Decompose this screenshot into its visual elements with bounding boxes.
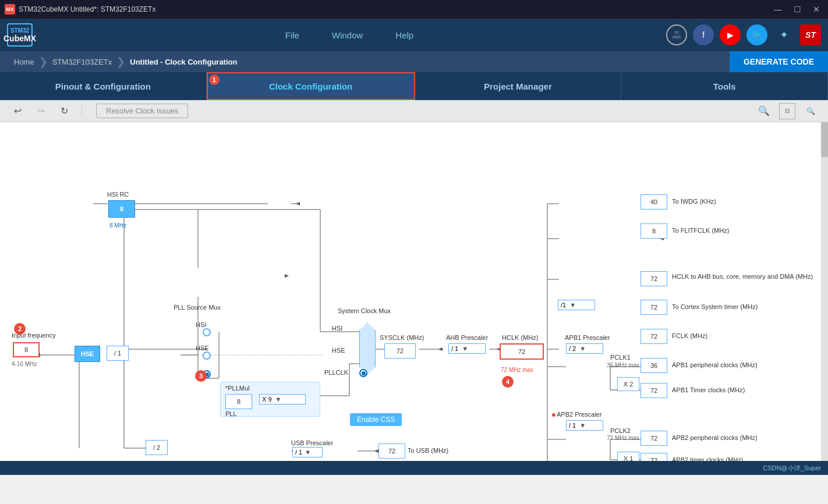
input-freq-label: Input frequency: [12, 332, 56, 339]
refresh-button[interactable]: ↻: [56, 103, 72, 119]
hclk-ahb-val-box: 72: [641, 271, 667, 286]
apb1-x2-box: X 2: [617, 377, 639, 391]
facebook-icon[interactable]: f: [693, 24, 714, 45]
hclk-label: HCLK (MHz): [502, 334, 538, 341]
cert-icon[interactable]: 10ANS: [666, 24, 687, 45]
apb2-periph-val-box: 72: [641, 431, 667, 446]
network-icon[interactable]: ✦: [773, 24, 794, 45]
menu-file[interactable]: File: [281, 28, 304, 42]
menu-window[interactable]: Window: [327, 28, 367, 42]
zoom-out-button[interactable]: 🔍: [802, 103, 819, 119]
close-button[interactable]: ✕: [809, 3, 823, 15]
pll-label: PLL: [225, 410, 237, 417]
undo-button[interactable]: ↩: [9, 103, 26, 119]
svg-marker-8: [285, 274, 289, 278]
pclk2-label: PCLK2: [610, 427, 631, 434]
logo-cubemx: CubeMX: [3, 34, 36, 43]
menu-help[interactable]: Help: [391, 28, 418, 42]
zoom-in-button[interactable]: 🔍: [756, 103, 772, 119]
youtube-icon[interactable]: ▶: [720, 24, 741, 45]
social-icons: 10ANS f ▶ 🐦 ✦ ST: [666, 24, 821, 45]
hse-div1-box[interactable]: / 1: [107, 346, 129, 361]
apb1-prescaler-label: APB1 Prescaler: [565, 334, 610, 341]
enable-css-button[interactable]: Enable CSS: [350, 413, 402, 426]
pllmul-val-box: 8: [225, 394, 252, 409]
hclk-ahb-label: HCLK to AHB bus, core, memory and DMA (M…: [672, 273, 813, 280]
st-icon[interactable]: ST: [800, 24, 821, 45]
pll-hse-radio[interactable]: [203, 352, 211, 360]
ahb-prescaler-label: AHB Prescaler: [446, 334, 488, 341]
cortex-div-dropdown[interactable]: /1 ▼: [558, 300, 595, 310]
pll-box: *PLLMul 8 X 9 ▼ PLL: [220, 382, 320, 417]
pllclk-radio[interactable]: [359, 369, 367, 377]
ahb-div-dropdown[interactable]: / 1 ▼: [448, 343, 486, 354]
apb1-timer-label: APB1 Timer clocks (MHz): [672, 386, 745, 393]
svg-marker-40: [374, 449, 378, 453]
hsi-box: 8: [108, 200, 135, 218]
nav-home[interactable]: Home: [9, 58, 39, 66]
credit-text: CSDN@小洋_Super: [763, 464, 821, 473]
connection-lines: [0, 122, 828, 461]
fit-button[interactable]: ⊡: [779, 103, 795, 119]
pclk1-label: PCLK1: [610, 354, 631, 361]
x9-dropdown[interactable]: X 9 ▼: [259, 394, 306, 404]
tab-clock[interactable]: 1 Clock Configuration: [207, 72, 415, 100]
nav-project[interactable]: Untitled - Clock Configuration: [125, 58, 242, 66]
sys-clk-mux-label: System Clock Mux: [338, 307, 391, 314]
minimize-button[interactable]: —: [770, 3, 785, 15]
badge-4: 4: [502, 376, 514, 388]
nav-chip[interactable]: STM32F103ZETx: [48, 58, 117, 66]
resolve-clock-button[interactable]: Resolve Clock Issues: [96, 104, 188, 118]
tab-pinout[interactable]: Pinout & Configuration: [0, 72, 207, 100]
usb-label: To USB (MHz): [408, 447, 448, 454]
pll-source-mux-label: PLL Source Mux: [174, 304, 221, 311]
iwdg-val-box: 40: [641, 194, 667, 210]
hclk-box[interactable]: 72: [500, 343, 544, 360]
apb2-timer-val-box: 72: [641, 453, 667, 461]
hsi-rc-label: HSI RC: [107, 191, 129, 198]
hse-box[interactable]: HSE: [75, 346, 100, 362]
usb-div-dropdown[interactable]: / 1 ▼: [292, 447, 323, 457]
maximize-button[interactable]: ☐: [790, 3, 805, 15]
clock-diagram-area: 2 Input frequency 8 4-16 MHz HSE HSI RC …: [0, 122, 828, 461]
hsi-mhz-label: 8 MHz: [109, 222, 126, 229]
generate-code-button[interactable]: GENERATE CODE: [730, 51, 828, 72]
redo-button[interactable]: ↪: [33, 103, 49, 119]
apb1-div-dropdown[interactable]: / 2 ▼: [566, 343, 603, 354]
usb-prescaler-label: USB Prescaler: [291, 439, 333, 446]
apb2-div-dropdown[interactable]: / 1 ▼: [566, 420, 603, 431]
flitf-val-box: 8: [641, 223, 667, 239]
title-left: MX STM32CubeMX Untitled*: STM32F103ZETx: [5, 4, 155, 15]
bottombar: CSDN@小洋_Super: [0, 461, 828, 475]
fclk-label: FCLK (MHz): [672, 332, 707, 339]
pllmul-label: *PLLMul: [225, 385, 250, 392]
sys-clk-mux-shape: [359, 322, 376, 375]
pll-hsi-label: HSI: [196, 321, 206, 328]
tab-project-manager[interactable]: Project Manager: [415, 72, 622, 100]
scrollbar-thumb[interactable]: [821, 122, 828, 157]
hclk-max-label: 72 MHz max: [501, 367, 533, 373]
input-freq-box[interactable]: 8: [13, 342, 40, 357]
logo-stm32: STM32: [10, 27, 29, 34]
apb1-periph-val-box: 36: [641, 358, 667, 373]
sysclk-label: SYSCLK (MHz): [380, 334, 424, 341]
iwdg-label: To IWDG (KHz): [672, 198, 716, 205]
cortex-val-box: 72: [641, 300, 667, 315]
apb2-red-dot: [552, 413, 555, 417]
scrollbar-track[interactable]: [821, 122, 828, 461]
tabbar: Pinout & Configuration 1 Clock Configura…: [0, 72, 828, 100]
pclk1-max-label: 36 MHz max: [607, 362, 639, 368]
tab-tools[interactable]: Tools: [621, 72, 828, 100]
usb-val-box: 72: [378, 443, 405, 459]
svg-marker-36: [296, 202, 300, 205]
apb1-periph-label: APB1 peripheral clocks (MHz): [672, 361, 758, 368]
input-range-label: 4-16 MHz: [12, 361, 37, 367]
logo: STM32 CubeMX: [7, 23, 33, 47]
flitf-label: To FLITFCLK (MHz): [672, 227, 729, 234]
twitter-icon[interactable]: 🐦: [746, 24, 767, 45]
pll-hsi-radio[interactable]: [203, 328, 211, 336]
div2-box[interactable]: / 2: [146, 440, 168, 455]
sysclk-box: 72: [384, 343, 416, 359]
sys-pllclk-label: PLLCLK: [324, 369, 348, 376]
toolbar: ↩ ↪ ↻ Resolve Clock Issues 🔍 ⊡ 🔍: [0, 100, 828, 122]
